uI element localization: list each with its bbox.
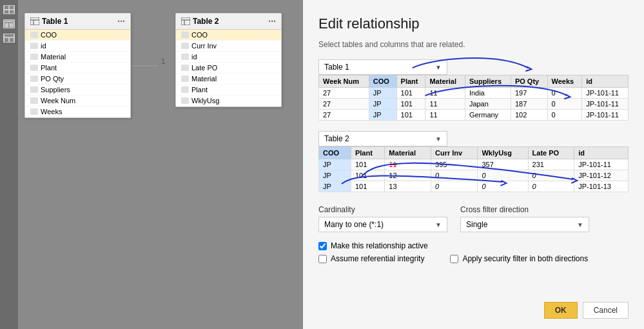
table1-col-suppliers-label: Suppliers xyxy=(41,86,70,94)
table1-col-plant-label: Plant xyxy=(41,64,57,72)
col-icon xyxy=(30,65,38,71)
cardinality-arrow: ▼ xyxy=(435,221,442,228)
cell: 0 xyxy=(528,181,574,192)
cell: 197 xyxy=(511,88,547,99)
cancel-button[interactable]: Cancel xyxy=(583,302,629,319)
table-row: 27 JP 101 11 Germany 102 0 JP-101-11 xyxy=(319,110,629,121)
table1-th-coo[interactable]: COO xyxy=(369,75,396,88)
cell: 27 xyxy=(319,88,369,99)
table2-th-material[interactable]: Material xyxy=(385,147,431,159)
checkbox2-row: Assume referential integrity xyxy=(318,254,424,263)
table1-th-weeknum[interactable]: Week Num xyxy=(319,75,369,88)
table2-th-id[interactable]: id xyxy=(574,147,629,159)
table1-selector-arrow: ▼ xyxy=(435,64,442,71)
cross-filter-group: Cross filter direction Single ▼ xyxy=(460,205,589,232)
table2-col-id[interactable]: id xyxy=(176,52,281,63)
col-icon xyxy=(181,86,189,93)
table2-header: Table 2 ··· xyxy=(176,14,281,30)
cell: 11 xyxy=(425,110,465,121)
table-row: 27 JP 101 11 India 197 0 JP-101-11 xyxy=(319,88,629,99)
edit-relationship-dialog: Edit relationship Select tables and colu… xyxy=(303,0,644,329)
table2-col-latepo-label: Late PO xyxy=(191,64,217,72)
col-icon xyxy=(30,43,38,49)
svg-text:1: 1 xyxy=(161,57,165,65)
cell: 0 xyxy=(547,88,582,99)
cell: 101 xyxy=(396,99,425,110)
table1-selector[interactable]: Table 1 ▼ xyxy=(318,59,447,75)
table1-th-id[interactable]: id xyxy=(582,75,629,88)
table1-icon xyxy=(30,17,39,25)
table2-col-material-label: Material xyxy=(191,75,217,83)
cell: 27 xyxy=(319,110,369,121)
cell: JP xyxy=(369,99,396,110)
col-icon xyxy=(181,43,189,49)
table1-th-poqty[interactable]: PO Qty xyxy=(511,75,547,88)
sidebar-icons xyxy=(0,0,18,329)
svg-rect-1 xyxy=(10,6,14,9)
table1-col-weeknum-label: Week Num xyxy=(41,97,75,105)
svg-rect-7 xyxy=(5,34,14,37)
sidebar-icon-table[interactable] xyxy=(3,19,15,28)
table2-th-currinv[interactable]: Curr Inv xyxy=(431,147,478,159)
sidebar-icon-layout[interactable] xyxy=(3,34,15,43)
table1-col-plant[interactable]: Plant xyxy=(25,63,130,74)
svg-rect-9 xyxy=(10,38,14,42)
table2-title: Table 2 xyxy=(193,17,219,26)
table1-col-poqty[interactable]: PO Qty xyxy=(25,74,130,85)
checkboxes-section: Make this relationship active Assume ref… xyxy=(318,241,629,263)
table2-col-coo[interactable]: COO xyxy=(176,30,281,41)
table1-col-material[interactable]: Material xyxy=(25,52,130,63)
checkbox3-row: Apply security filter in both directions xyxy=(450,254,588,263)
security-filter-label: Apply security filter in both directions xyxy=(462,254,588,263)
table1-col-weeknum[interactable]: Week Num xyxy=(25,95,130,106)
table1-header: Table 1 ··· xyxy=(25,14,130,30)
svg-rect-0 xyxy=(5,6,8,9)
table2-selector[interactable]: Table 2 ▼ xyxy=(318,131,447,146)
table1-col-weeks[interactable]: Weeks xyxy=(25,106,130,117)
table1-col-coo-label: COO xyxy=(41,31,57,39)
table1-th-weeks[interactable]: Weeks xyxy=(547,75,582,88)
cell: 11 xyxy=(385,159,431,170)
cardinality-dropdown[interactable]: Many to one (*:1) ▼ xyxy=(318,217,447,232)
cell: 102 xyxy=(511,110,547,121)
referential-integrity-checkbox[interactable] xyxy=(318,255,327,263)
make-active-checkbox[interactable] xyxy=(318,242,327,250)
table2-col-material[interactable]: Material xyxy=(176,74,281,85)
table1-header-row: Week Num COO Plant Material Suppliers PO… xyxy=(319,75,629,88)
table1-th-plant[interactable]: Plant xyxy=(396,75,425,88)
sidebar-icon-grid[interactable] xyxy=(3,5,15,14)
cardinality-group: Cardinality Many to one (*:1) ▼ xyxy=(318,205,447,232)
cross-filter-dropdown[interactable]: Single ▼ xyxy=(460,217,589,232)
table1-th-suppliers[interactable]: Suppliers xyxy=(465,75,511,88)
table2-selector-label: Table 2 xyxy=(324,134,349,143)
ok-button[interactable]: OK xyxy=(544,302,578,319)
table2-th-coo[interactable]: COO xyxy=(319,147,351,159)
cell: 101 xyxy=(396,110,425,121)
table2-th-plant[interactable]: Plant xyxy=(351,147,384,159)
col-icon xyxy=(30,86,38,93)
cell: India xyxy=(465,88,511,99)
table1-menu[interactable]: ··· xyxy=(117,16,125,26)
table1-col-coo[interactable]: COO xyxy=(25,30,130,41)
table1-th-material[interactable]: Material xyxy=(425,75,465,88)
checkbox-bottom-row: Assume referential integrity Apply secur… xyxy=(318,254,629,263)
table1-col-suppliers[interactable]: Suppliers xyxy=(25,85,130,95)
cell: JP xyxy=(369,110,396,121)
table2-card: Table 2 ··· COO Curr Inv id Late PO Mate… xyxy=(175,13,282,107)
table2-col-plant-label: Plant xyxy=(191,86,208,94)
table2-menu[interactable]: ··· xyxy=(268,16,276,26)
cardinality-section: Cardinality Many to one (*:1) ▼ Cross fi… xyxy=(318,205,629,232)
table1-col-id[interactable]: id xyxy=(25,41,130,52)
security-filter-checkbox[interactable] xyxy=(450,255,458,263)
cell: 0 xyxy=(431,181,478,192)
table2-col-latepo[interactable]: Late PO xyxy=(176,63,281,74)
col-icon xyxy=(30,97,38,104)
table2-th-wklyusg[interactable]: WklyUsg xyxy=(478,147,528,159)
cardinality-label: Cardinality xyxy=(318,205,447,214)
table2-col-wklyusg[interactable]: WklyUsg xyxy=(176,95,281,106)
table2-col-currinv[interactable]: Curr Inv xyxy=(176,41,281,52)
table2-th-latepo[interactable]: Late PO xyxy=(528,147,574,159)
col-icon xyxy=(30,108,38,115)
table2-col-plant[interactable]: Plant xyxy=(176,85,281,95)
referential-integrity-label: Assume referential integrity xyxy=(331,254,424,263)
